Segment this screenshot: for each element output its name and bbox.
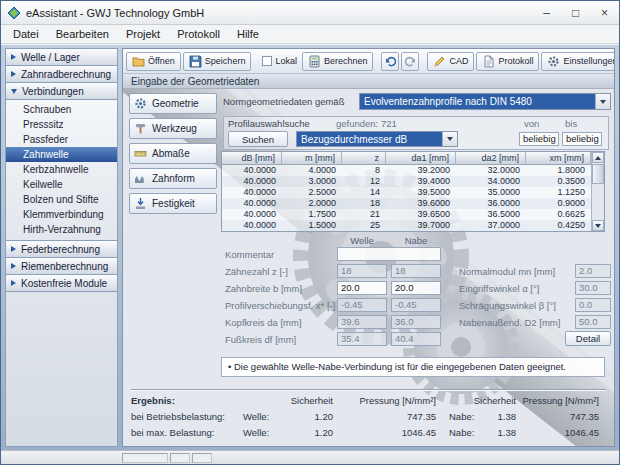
nabenaussendurchmesser-label: Nabenaußend. D2 [mm] [459, 317, 560, 328]
kommentar-label: Kommentar [225, 249, 274, 260]
table-header-cell[interactable]: xm [mm] [526, 152, 591, 165]
folder-open-icon [132, 55, 145, 68]
gear-icon [547, 55, 560, 68]
menu-datei[interactable]: Datei [5, 26, 47, 42]
table-header-cell[interactable]: dB [mm] [222, 152, 282, 165]
close-button[interactable]: × [590, 1, 619, 24]
von-input[interactable]: beliebig [519, 132, 559, 146]
undo-button[interactable] [381, 52, 399, 71]
tab-zahnform[interactable]: Zahnform [129, 168, 217, 189]
table-header-cell[interactable]: da1 [mm] [386, 152, 456, 165]
window-controls: – □ × [532, 1, 619, 24]
search-criteria-dropdown-button[interactable] [442, 132, 457, 146]
gear-geometry-icon [134, 97, 147, 110]
scroll-up-button[interactable] [592, 152, 604, 163]
berechnen-button[interactable]: Berechnen [302, 52, 374, 71]
floppy-save-icon [189, 55, 202, 68]
status-cell [170, 453, 190, 463]
zaehnezahl-welle-field[interactable]: 18 [337, 264, 387, 278]
eingriffswinkel-field[interactable]: 30.0 [575, 281, 611, 295]
table-row[interactable]: 40.00001.50002539.700037.00000.4250 [222, 220, 604, 231]
tab-festigkeit[interactable]: Festigkeit [129, 193, 217, 214]
search-criteria-combobox[interactable]: Bezugsdurchmesser dB [296, 131, 458, 147]
lokal-checkbox[interactable] [262, 56, 272, 66]
table-row[interactable]: 40.00001.75002139.650036.50000.6625 [222, 209, 604, 220]
sidebar: Welle / Lager Zahnradberechnung Verbindu… [5, 48, 118, 447]
open-button[interactable]: Öffnen [126, 52, 181, 71]
app-logo-icon [7, 6, 21, 20]
table-row[interactable]: 40.00002.00001839.600036.00000.9000 [222, 198, 604, 209]
kopfkreis-welle-field[interactable]: 39.6 [337, 315, 387, 329]
schraegungswinkel-field[interactable]: 0.0 [575, 298, 611, 312]
sidebar-item-schrauben[interactable]: Schrauben [6, 102, 117, 117]
sidebar-item-klemmverbindung[interactable]: Klemmverbindung [6, 207, 117, 222]
tab-werkzeug[interactable]: Werkzeug [129, 118, 217, 139]
title-bar[interactable]: eAssistant - GWJ Technology GmbH – □ × [1, 1, 619, 25]
protokoll-button[interactable]: Protokoll [476, 52, 539, 71]
menu-bearbeiten[interactable]: Bearbeiten [48, 26, 117, 42]
bis-label: bis [565, 118, 577, 129]
profilverschiebung-welle-field[interactable]: -0.45 [337, 298, 387, 312]
sidebar-item-bolzen-und-stifte[interactable]: Bolzen und Stifte [6, 192, 117, 207]
sidebar-item-keilwelle[interactable]: Keilwelle [6, 177, 117, 192]
save-button[interactable]: Speichern [183, 52, 252, 71]
detail-button[interactable]: Detail [565, 331, 611, 346]
table-cell: 3.0000 [282, 176, 342, 187]
bis-input[interactable]: beliebig [562, 132, 602, 146]
redo-button[interactable] [401, 52, 419, 71]
sidebar-section-zahnradberechnung[interactable]: Zahnradberechnung [6, 66, 117, 83]
toolbar: Öffnen Speichern Lokal Berechnen [123, 49, 614, 74]
cad-button[interactable]: CAD [427, 52, 474, 71]
lokal-checkbox-group[interactable]: Lokal [259, 56, 300, 66]
zahnbreite-nabe-input[interactable]: 20.0 [391, 281, 441, 295]
zahnbreite-welle-input[interactable]: 20.0 [337, 281, 387, 295]
sidebar-section-welle-lager[interactable]: Welle / Lager [6, 49, 117, 66]
zaehnezahl-nabe-field[interactable]: 18 [391, 264, 441, 278]
profilverschiebung-nabe-field[interactable]: -0.45 [391, 298, 441, 312]
sidebar-item-presssitz[interactable]: Presssitz [6, 117, 117, 132]
protokoll-button-label: Protokoll [498, 56, 533, 66]
scroll-down-button[interactable] [592, 220, 604, 231]
fusskreis-nabe-field[interactable]: 40.4 [391, 332, 441, 346]
normalmodul-field[interactable]: 2.0 [575, 264, 611, 278]
table-row[interactable]: 40.00002.50001439.500035.00001.1250 [222, 187, 604, 198]
table-scrollbar[interactable] [591, 152, 604, 231]
table-header-cell[interactable]: da2 [mm] [456, 152, 526, 165]
kopfkreis-nabe-field[interactable]: 36.0 [391, 315, 441, 329]
table-cell: 40.0000 [222, 165, 282, 176]
maximize-button[interactable]: □ [561, 1, 590, 24]
minimize-button[interactable]: – [532, 1, 561, 24]
sidebar-section-label: Welle / Lager [21, 52, 80, 63]
table-row[interactable]: 40.00004.0000839.200032.00001.8000 [222, 165, 604, 176]
redo-icon [404, 55, 417, 68]
sidebar-section-riemenberechnung[interactable]: Riemenberechnung [6, 258, 117, 275]
suchen-button[interactable]: Suchen [228, 131, 288, 147]
nabenaussendurchmesser-field[interactable]: 50.0 [575, 315, 611, 329]
nabe-pressung-value: 1046.45 [521, 427, 599, 438]
table-header-cell[interactable]: z [342, 152, 386, 165]
scrollbar-thumb[interactable] [592, 164, 604, 184]
sidebar-section-verbindungen[interactable]: Verbindungen [6, 83, 117, 100]
fusskreis-welle-field[interactable]: 35.4 [337, 332, 387, 346]
table-row[interactable]: 40.00003.00001239.400034.00000.3500 [222, 176, 604, 187]
detail-button-label: Detail [576, 333, 600, 344]
kommentar-input[interactable] [337, 247, 441, 261]
app-window: eAssistant - GWJ Technology GmbH – □ × D… [0, 0, 620, 465]
sidebar-item-hirth-verzahnung[interactable]: Hirth-Verzahnung [6, 222, 117, 237]
chevron-down-icon [600, 100, 606, 104]
norm-combobox-dropdown-button[interactable] [595, 94, 610, 109]
tab-abmasse[interactable]: Abmaße [129, 143, 217, 164]
norm-combobox[interactable]: Evolventenzahnprofile nach DIN 5480 [359, 93, 611, 110]
sidebar-item-kerbzahnwelle[interactable]: Kerbzahnwelle [6, 162, 117, 177]
sidebar-section-kostenfreie-module[interactable]: Kostenfreie Module [6, 275, 117, 292]
sidebar-section-federberechnung[interactable]: Federberechnung [6, 241, 117, 258]
einstellungen-button[interactable]: Einstellungen [541, 52, 615, 71]
menu-projekt[interactable]: Projekt [118, 26, 168, 42]
sidebar-item-passfeder[interactable]: Passfeder [6, 132, 117, 147]
tab-geometrie[interactable]: Geometrie [129, 93, 217, 114]
menu-protokoll[interactable]: Protokoll [169, 26, 228, 42]
menu-hilfe[interactable]: Hilfe [229, 26, 267, 42]
sidebar-item-zahnwelle[interactable]: Zahnwelle [6, 147, 117, 162]
sidebar-section-label: Zahnradberechnung [21, 69, 111, 80]
table-header-cell[interactable]: m [mm] [282, 152, 342, 165]
